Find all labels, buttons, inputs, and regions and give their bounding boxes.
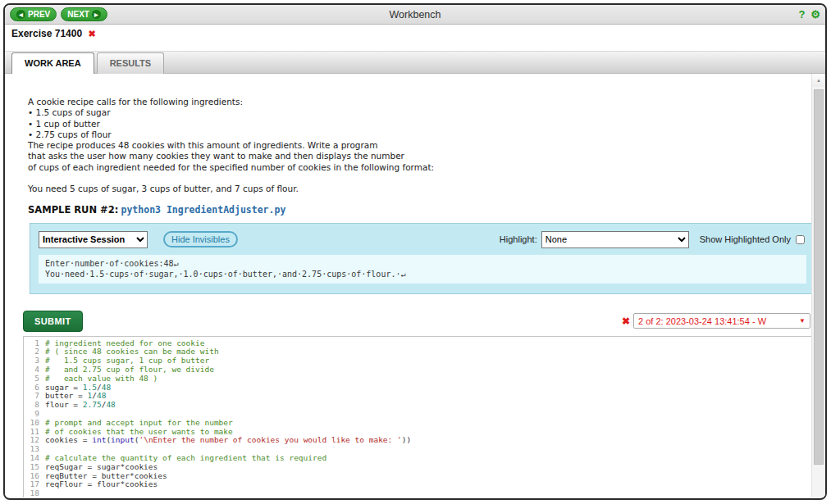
hide-invisibles-button[interactable]: Hide Invisibles [163,231,238,247]
sample-run-label: SAMPLE RUN #2: [28,204,118,216]
code-token: cookies = [45,436,92,445]
code-line[interactable]: 18 [24,489,825,497]
code-token: reqSugar = sugar*cookies [45,463,158,472]
scrollbar-thumb[interactable] [814,89,824,465]
highlight-label: Highlight: [500,234,537,244]
prev-arrow-icon: ◀ [16,10,25,19]
console-line: You·need·1.5·cups·of·sugar,·1.0·cups·of·… [45,269,800,279]
code-line[interactable]: 5# each value with 48 ) [24,375,825,384]
help-icon[interactable]: ? [798,9,805,20]
code-token: reqFlour = flour*cookies [45,480,158,489]
exercise-label: Exercise 71400 [11,28,82,39]
problem-line: You need 5 cups of sugar, 3 cups of butt… [28,184,806,194]
code-token: 2.75 [83,401,102,410]
code-token: flour = [45,401,83,410]
tab-work-area[interactable]: WORK AREA [11,52,94,74]
submit-button[interactable]: SUBMIT [23,311,83,332]
workbench-window: Workbench ◀ PREV NEXT ▶ ? ⚙ Exercise 714… [3,3,827,500]
submission-history-select[interactable]: 2 of 2: 2023-03-24 13:41:54 - W [633,313,810,329]
code-line[interactable]: 17reqFlour = flour*cookies [24,480,825,489]
next-button-label: NEXT [67,11,89,19]
console-output: Enter·number·of·cookies:48↵You·need·1.5·… [39,255,806,284]
code-line[interactable]: 7butter = 1/48 [24,392,825,401]
problem-statement: A cookie recipe calls for the following … [28,97,806,195]
prev-button[interactable]: ◀ PREV [10,7,57,21]
prev-button-label: PREV [28,11,50,19]
line-number: 15 [24,463,45,472]
exercise-row: Exercise 71400 ✖ [5,25,825,41]
code-token: 48 [106,401,115,410]
highlight-select[interactable]: None [541,231,689,248]
session-mode-select[interactable]: Interactive Session [39,231,148,248]
code-line[interactable]: 15reqSugar = sugar*cookies [24,463,825,472]
line-number: 18 [24,489,45,497]
show-highlighted-only-label: Show Highlighted Only [700,234,791,244]
problem-line: A cookie recipe calls for the following … [28,97,806,107]
problem-line: that asks the user how many cookies they… [28,151,806,161]
code-token: )) [402,436,411,445]
submission-delete-icon[interactable]: ✖ [622,316,630,327]
code-line[interactable]: 12cookies = int(input('\nEnter the numbe… [24,436,825,445]
submit-row: SUBMIT ✖ 2 of 2: 2023-03-24 13:41:54 - W… [23,311,806,332]
code-line[interactable]: 8flour = 2.75/48 [24,401,825,410]
sample-run-heading: SAMPLE RUN #2: python3 IngredientAdjuste… [28,204,806,216]
console-line: Enter·number·of·cookies:48↵ [45,258,800,269]
scroll-up-button[interactable]: ▲ [812,74,825,87]
problem-line [28,173,806,184]
problem-line: • 2.75 cups of flour [28,129,806,140]
tab-strip: WORK AREA RESULTS [5,51,825,74]
content-scrollbar[interactable]: ▲ [811,74,825,497]
sample-run-command: python3 IngredientAdjuster.py [121,204,286,216]
work-area-content: A cookie recipe calls for the following … [5,74,825,497]
code-token: input [111,436,135,445]
problem-line: The recipe produces 48 cookies with this… [28,140,806,151]
code-token: int [92,436,106,445]
next-button[interactable]: NEXT ▶ [61,7,107,21]
code-line[interactable]: 6sugar = 1.5/48 [24,384,825,393]
problem-line: of cups of each ingredient needed for th… [28,162,806,173]
exercise-status-icon[interactable]: ✖ [88,29,95,39]
problem-line: • 1.5 cups of sugar [28,107,806,118]
code-token: '\nEnter the number of cookies you would… [139,436,401,445]
tab-results[interactable]: RESULTS [97,52,165,74]
problem-line: • 1 cup of butter [28,119,806,129]
session-panel: Interactive Session Hide Invisibles High… [30,223,815,294]
title-bar: Workbench ◀ PREV NEXT ▶ ? ⚙ [5,5,825,25]
gear-icon[interactable]: ⚙ [810,9,820,20]
code-editor[interactable]: 1# ingredient needed for one cookie2# ( … [23,336,825,497]
next-arrow-icon: ▶ [92,10,101,19]
show-highlighted-only-checkbox[interactable] [796,235,805,244]
window-title: Workbench [5,9,825,20]
